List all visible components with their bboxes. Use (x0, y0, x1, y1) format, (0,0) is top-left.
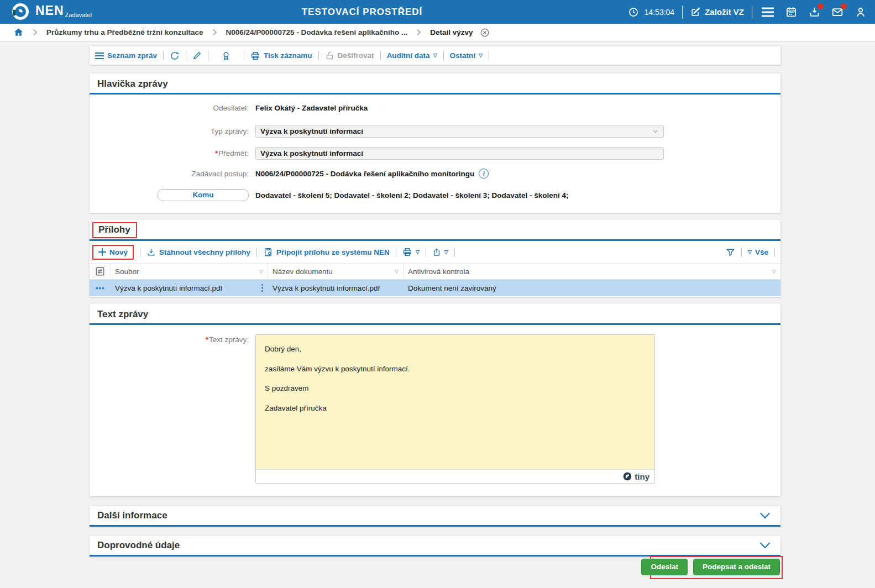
nen-logo[interactable]: NEN Zadavatel (11, 2, 92, 21)
toolbar-divider (489, 51, 489, 60)
user-icon[interactable] (853, 4, 868, 20)
footer-actions: Odeslat Podepsat a odeslat (650, 556, 783, 579)
cell-soubor: Výzva k poskytnutí informací.pdf (111, 280, 268, 296)
export-attachments-menu[interactable]: ▽ (432, 248, 448, 257)
breadcrumb-item-detail-vyzvy: Detail výzvy (430, 28, 473, 36)
view-filter-vse[interactable]: ▽ Vše (748, 248, 768, 256)
predmet-input[interactable] (255, 147, 664, 160)
environment-title: TESTOVACÍ PROSTŘEDÍ (302, 0, 423, 24)
attachments-table-header: Soubor ▽ Název dokumentu ▽ Antivirová ko… (90, 263, 780, 280)
inbox-downloads-icon[interactable] (806, 4, 822, 20)
toolbar-divider (256, 248, 257, 257)
toolbar-divider (244, 51, 244, 60)
new-attachment-button[interactable]: Nový (92, 245, 134, 260)
attachments-section: Přílohy Nový Stáhnout všechny přílohy (90, 220, 780, 297)
app-header: NEN Zadavatel TESTOVACÍ PROSTŘEDÍ 14:53:… (0, 0, 875, 24)
doprovodne-udaje-section: Doprovodné údaje (90, 536, 780, 556)
column-header-antivir[interactable]: Antivirová kontrola ▽ (404, 264, 780, 279)
podepsat-a-odeslat-button[interactable]: Podepsat a odeslat (693, 559, 780, 575)
close-tab-icon[interactable] (480, 28, 490, 38)
tiny-logo-icon (623, 472, 632, 481)
breadcrumb-item-pruzkumy[interactable]: Průzkumy trhu a Předběžné tržní konzulta… (46, 28, 203, 36)
komu-value: Dodavatel - školení 5; Dodavatel - škole… (255, 191, 568, 200)
dropdown-triangle-icon: ▽ (748, 250, 752, 255)
section-title-text-zpravy: Text zprávy (90, 304, 780, 323)
tiny-brand[interactable]: tiny (635, 472, 649, 481)
refresh-icon[interactable] (170, 51, 180, 61)
breadcrumb: Průzkumy trhu a Předběžné tržní konzulta… (0, 24, 875, 41)
list-icon (95, 53, 104, 59)
decrypt-button[interactable]: Dešifrovat (325, 51, 374, 60)
doprovodne-udaje-header[interactable]: Doprovodné údaje (90, 536, 780, 555)
column-header-soubor[interactable]: Soubor ▽ (111, 264, 268, 279)
attachment-row[interactable]: Výzva k poskytnutí informací.pdf Výzva k… (90, 280, 780, 296)
toolbar-divider (443, 51, 444, 60)
editor-footer: tiny (256, 469, 654, 483)
toolbar-divider (454, 248, 455, 257)
column-settings-icon[interactable] (90, 264, 111, 279)
section-title-prilohy: Přílohy (92, 222, 137, 238)
dropdown-triangle-icon: ▽ (479, 53, 483, 58)
field-komu: Komu Dodavatel - školení 5; Dodavatel - … (90, 189, 780, 201)
chevron-down-icon[interactable] (759, 512, 771, 519)
mail-icon[interactable] (830, 4, 845, 20)
section-rule (90, 323, 780, 325)
compose-icon (690, 7, 701, 17)
toolbar-divider (396, 248, 396, 257)
clock-icon (626, 4, 641, 20)
seznam-zprav-button[interactable]: Seznam zpráv (95, 51, 157, 60)
drag-handle-icon[interactable] (261, 284, 264, 292)
toolbar-divider (208, 51, 208, 60)
session-time: 14:53:04 (645, 8, 675, 17)
odeslat-button[interactable]: Odeslat (641, 559, 688, 575)
info-icon[interactable]: i (479, 169, 489, 179)
field-odesilatel: Odesílatel: Felix Okátý - Zadavatel přír… (90, 104, 780, 112)
message-header-section: Hlavička zprávy Odesílatel: Felix Okátý … (90, 74, 780, 213)
toolbar-divider (186, 51, 186, 60)
print-attachments-menu[interactable]: ▽ (402, 247, 420, 257)
attach-from-nen-button[interactable]: Připojit přílohu ze systému NEN (263, 247, 390, 257)
chevron-right-icon (33, 29, 38, 36)
breadcrumb-item-procedure[interactable]: N006/24/P00000725 - Dodávka řešení aplik… (226, 28, 408, 36)
column-filter-icon[interactable]: ▽ (395, 269, 399, 274)
notification-badge (818, 3, 824, 9)
zadavaci-postup-value: N006/24/P00000725 - Dodávka řešení aplik… (255, 170, 474, 178)
calendar-icon[interactable] (783, 4, 799, 20)
filter-icon[interactable] (726, 248, 735, 257)
komu-button[interactable]: Komu (158, 189, 249, 201)
column-filter-icon[interactable]: ▽ (772, 269, 776, 274)
clipboard-gear-icon (263, 247, 273, 257)
edit-icon[interactable] (192, 51, 202, 60)
dropdown-triangle-icon: ▽ (444, 250, 448, 255)
section-rule (90, 525, 780, 527)
column-filter-icon[interactable]: ▽ (259, 269, 263, 274)
share-icon (432, 248, 441, 257)
chevron-right-icon (416, 29, 421, 36)
message-text-input[interactable]: Dobrý den, zasíláme Vám výzvu k poskytnu… (256, 335, 654, 469)
download-all-attachments-button[interactable]: Stáhnout všechny přílohy (146, 248, 250, 257)
field-predmet: *Předmět: (90, 147, 780, 160)
typ-zpravy-select[interactable]: Výzva k poskytnutí informací (255, 125, 664, 138)
dalsi-informace-section: Další informace (90, 506, 780, 527)
toolbar-divider (163, 51, 164, 60)
dalsi-informace-header[interactable]: Další informace (90, 506, 780, 525)
row-menu-icon[interactable] (90, 280, 111, 296)
plus-icon (98, 248, 106, 256)
home-icon[interactable] (13, 27, 24, 38)
nen-logo-icon (11, 2, 30, 21)
create-vz-button[interactable]: Založit VZ (690, 7, 744, 17)
header-divider (682, 6, 683, 19)
certificate-icon[interactable] (221, 51, 231, 61)
column-header-nazev[interactable]: Název dokumentu ▽ (268, 264, 404, 279)
menu-icon[interactable] (760, 4, 776, 20)
odesilatel-value: Felix Okátý - Zadavatel příručka (255, 104, 368, 112)
chevron-down-icon[interactable] (759, 542, 771, 549)
audit-data-menu[interactable]: Auditní data ▽ (387, 51, 437, 60)
ostatni-menu[interactable]: Ostatní ▽ (450, 51, 483, 60)
brand-subtitle: Zadavatel (65, 12, 92, 18)
toolbar-divider (774, 248, 775, 257)
print-record-button[interactable]: Tisk záznamu (250, 51, 312, 61)
notification-badge (841, 3, 847, 9)
dropdown-triangle-icon: ▽ (416, 250, 420, 255)
toolbar-divider (741, 248, 742, 257)
